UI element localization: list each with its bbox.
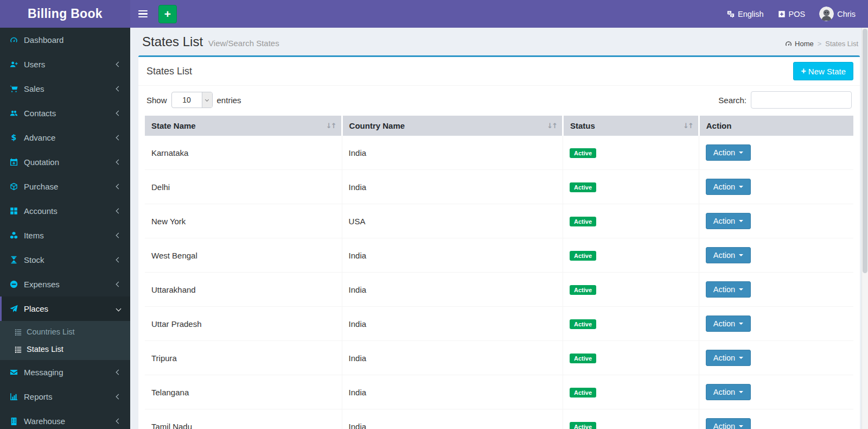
action-dropdown-button[interactable]: Action	[706, 144, 751, 161]
pos-link[interactable]: POS	[771, 0, 813, 28]
sidebar-item-items[interactable]: Items	[0, 223, 130, 248]
country-name-cell: USA	[342, 204, 563, 238]
action-cell: Action	[699, 136, 853, 170]
sort-icon[interactable]: ↓↑	[326, 122, 336, 130]
action-dropdown-button[interactable]: Action	[706, 316, 751, 332]
sidebar-toggle-button[interactable]	[130, 0, 155, 28]
action-dropdown-button[interactable]: Action	[706, 281, 751, 298]
status-badge: Active	[570, 319, 596, 329]
sidebar-item-warehouse[interactable]: Warehouse	[0, 409, 130, 429]
card-title: States List	[146, 66, 192, 77]
user-menu[interactable]: Chris	[812, 0, 863, 28]
action-cell: Action	[699, 409, 853, 429]
status-badge: Active	[570, 148, 596, 158]
action-dropdown-button[interactable]: Action	[706, 418, 751, 429]
users-icon	[10, 109, 24, 117]
action-cell: Action	[699, 170, 853, 204]
dashboard-icon	[785, 40, 792, 47]
sidebar-item-label: Expenses	[24, 280, 130, 289]
sidebar-subitem-countries-list[interactable]: Countries List	[0, 323, 130, 340]
sidebar-item-places[interactable]: Places	[0, 296, 130, 321]
column-header-label: Country Name	[349, 121, 405, 130]
scrollbar-thumb[interactable]	[863, 29, 867, 273]
country-name-cell: India	[342, 409, 563, 429]
sidebar-item-dashboard[interactable]: Dashboard	[0, 28, 130, 52]
action-button-label: Action	[713, 354, 735, 362]
sidebar-subitem-label: States List	[27, 345, 63, 354]
svg-text:$: $	[11, 134, 17, 142]
hourglass-icon	[10, 256, 24, 264]
sidebar-item-label: Quotation	[24, 157, 130, 167]
caret-down-icon	[739, 323, 743, 325]
caret-down-icon	[739, 391, 743, 393]
bar-chart-icon	[10, 393, 24, 401]
action-dropdown-button[interactable]: Action	[706, 179, 751, 195]
column-header-country-name[interactable]: Country Name↓↑	[342, 116, 563, 136]
status-cell: Active	[563, 238, 699, 273]
quick-add-button[interactable]: +	[158, 5, 177, 23]
sidebar-subitem-states-list[interactable]: States List	[0, 340, 130, 358]
action-cell: Action	[699, 307, 853, 341]
grid-icon	[10, 207, 24, 215]
sidebar-item-advance[interactable]: $Advance	[0, 125, 130, 150]
table-row-telangana: TelanganaIndiaActiveAction	[145, 375, 853, 409]
sidebar-item-label: Stock	[24, 255, 130, 264]
status-badge: Active	[570, 388, 596, 398]
sort-icon[interactable]: ↓↑	[547, 122, 557, 130]
sidebar-item-reports[interactable]: Reports	[0, 384, 130, 409]
sidebar-subitem-label: Countries List	[27, 327, 75, 336]
state-name-cell: Tripura	[145, 341, 342, 375]
dollar-icon: $	[10, 134, 24, 142]
column-header-status[interactable]: Status↓↑	[563, 116, 699, 136]
state-name-cell: Uttarakhand	[145, 273, 342, 307]
action-cell: Action	[699, 341, 853, 375]
action-dropdown-button[interactable]: Action	[706, 350, 751, 366]
entries-select[interactable]: 10	[171, 92, 213, 108]
breadcrumb-separator: >	[818, 40, 822, 48]
sidebar-item-label: Places	[24, 304, 130, 313]
action-cell: Action	[699, 238, 853, 273]
action-button-label: Action	[713, 319, 735, 328]
breadcrumb-current: States List	[825, 40, 858, 48]
column-header-state-name[interactable]: State Name↓↑	[145, 116, 342, 136]
language-label: English	[738, 10, 764, 18]
sidebar-item-label: Dashboard	[24, 35, 130, 45]
sidebar-item-contacts[interactable]: Contacts	[0, 101, 130, 125]
sidebar-item-purchase[interactable]: Purchase	[0, 174, 130, 199]
table-row-uttar-pradesh: Uttar PradeshIndiaActiveAction	[145, 307, 853, 341]
plus-square-icon	[778, 10, 786, 18]
sidebar-item-messaging[interactable]: Messaging	[0, 360, 130, 384]
cube-icon	[10, 182, 24, 191]
country-name-cell: India	[342, 170, 563, 204]
sidebar-item-expenses[interactable]: Expenses	[0, 272, 130, 296]
column-header-label: State Name	[151, 121, 196, 130]
sidebar-item-sales[interactable]: Sales	[0, 77, 130, 101]
status-cell: Active	[563, 341, 699, 375]
action-button-label: Action	[713, 388, 735, 396]
states-list-card: States List + New State Show 10 entries …	[138, 55, 860, 429]
action-dropdown-button[interactable]: Action	[706, 213, 751, 229]
new-state-button[interactable]: + New State	[793, 62, 853, 80]
main-content: States ListView/Search States Home > Sta…	[130, 0, 868, 429]
sort-icon[interactable]: ↓↑	[683, 122, 693, 130]
status-badge: Active	[570, 217, 596, 226]
language-menu[interactable]: English	[720, 0, 771, 28]
vertical-scrollbar[interactable]	[861, 28, 868, 429]
envelope-icon	[10, 368, 24, 376]
sidebar-item-stock[interactable]: Stock	[0, 248, 130, 272]
search-input[interactable]	[751, 91, 852, 109]
action-dropdown-button[interactable]: Action	[706, 247, 751, 263]
country-name-cell: India	[342, 136, 563, 170]
plus-icon: +	[801, 66, 806, 76]
country-name-cell: India	[342, 375, 563, 409]
sidebar-item-users[interactable]: Users	[0, 52, 130, 77]
caret-down-icon	[739, 357, 743, 359]
sidebar-item-accounts[interactable]: Accounts	[0, 199, 130, 223]
brand-logo[interactable]: Billing Book	[0, 0, 130, 28]
cart-icon	[10, 85, 24, 93]
action-dropdown-button[interactable]: Action	[706, 384, 751, 400]
sidebar-item-quotation[interactable]: Quotation	[0, 150, 130, 174]
breadcrumb-home[interactable]: Home	[785, 40, 814, 48]
action-button-label: Action	[713, 285, 735, 294]
table-row-uttarakhand: UttarakhandIndiaActiveAction	[145, 273, 853, 307]
